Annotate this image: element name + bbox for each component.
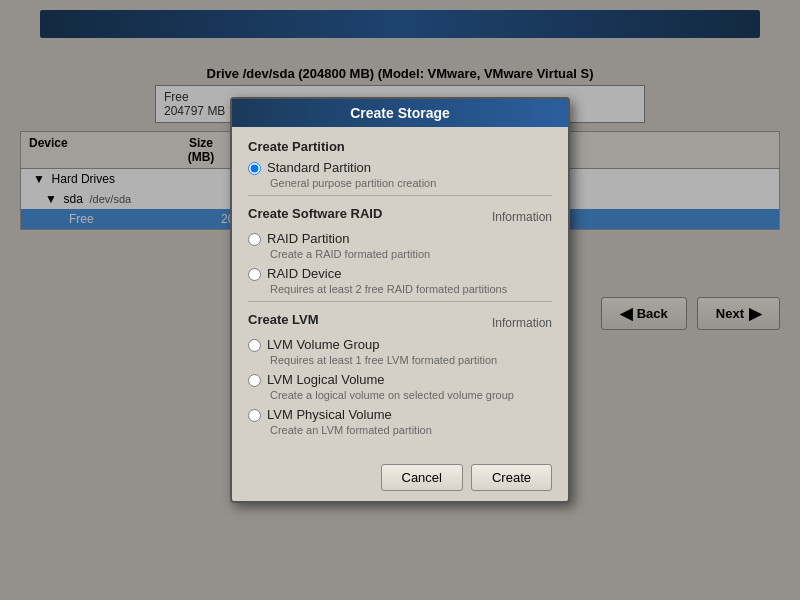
lvm-physical-volume-label: LVM Physical Volume	[267, 407, 392, 422]
software-raid-info[interactable]: Information	[492, 210, 552, 224]
raid-partition-option[interactable]: RAID Partition	[248, 231, 552, 246]
modal-cancel-button[interactable]: Cancel	[381, 464, 463, 491]
lvm-logical-volume-label: LVM Logical Volume	[267, 372, 385, 387]
lvm-label: Create LVM	[248, 312, 319, 327]
standard-partition-radio[interactable]	[248, 162, 261, 175]
software-raid-section-header: Create Software RAID Information	[248, 206, 552, 227]
raid-device-label: RAID Device	[267, 266, 341, 281]
create-storage-modal: Create Storage Create Partition Standard…	[230, 97, 570, 503]
modal-footer: Cancel Create	[232, 454, 568, 501]
raid-device-option[interactable]: RAID Device	[248, 266, 552, 281]
raid-device-radio[interactable]	[248, 268, 261, 281]
modal-title: Create Storage	[232, 99, 568, 127]
lvm-logical-volume-desc: Create a logical volume on selected volu…	[270, 389, 552, 401]
standard-partition-desc: General purpose partition creation	[270, 177, 552, 189]
lvm-physical-volume-radio[interactable]	[248, 409, 261, 422]
lvm-volume-group-option[interactable]: LVM Volume Group	[248, 337, 552, 352]
standard-partition-label: Standard Partition	[267, 160, 371, 175]
modal-overlay: Create Storage Create Partition Standard…	[0, 0, 800, 600]
standard-partition-option[interactable]: Standard Partition	[248, 160, 552, 175]
lvm-info[interactable]: Information	[492, 316, 552, 330]
lvm-volume-group-desc: Requires at least 1 free LVM formated pa…	[270, 354, 552, 366]
software-raid-label: Create Software RAID	[248, 206, 382, 221]
create-partition-label: Create Partition	[248, 139, 552, 154]
raid-device-desc: Requires at least 2 free RAID formated p…	[270, 283, 552, 295]
lvm-logical-volume-radio[interactable]	[248, 374, 261, 387]
lvm-volume-group-label: LVM Volume Group	[267, 337, 379, 352]
lvm-physical-volume-desc: Create an LVM formated partition	[270, 424, 552, 436]
raid-partition-label: RAID Partition	[267, 231, 349, 246]
raid-partition-radio[interactable]	[248, 233, 261, 246]
lvm-logical-volume-option[interactable]: LVM Logical Volume	[248, 372, 552, 387]
lvm-physical-volume-option[interactable]: LVM Physical Volume	[248, 407, 552, 422]
lvm-section-header: Create LVM Information	[248, 312, 552, 333]
raid-partition-desc: Create a RAID formated partition	[270, 248, 552, 260]
lvm-volume-group-radio[interactable]	[248, 339, 261, 352]
modal-create-button[interactable]: Create	[471, 464, 552, 491]
